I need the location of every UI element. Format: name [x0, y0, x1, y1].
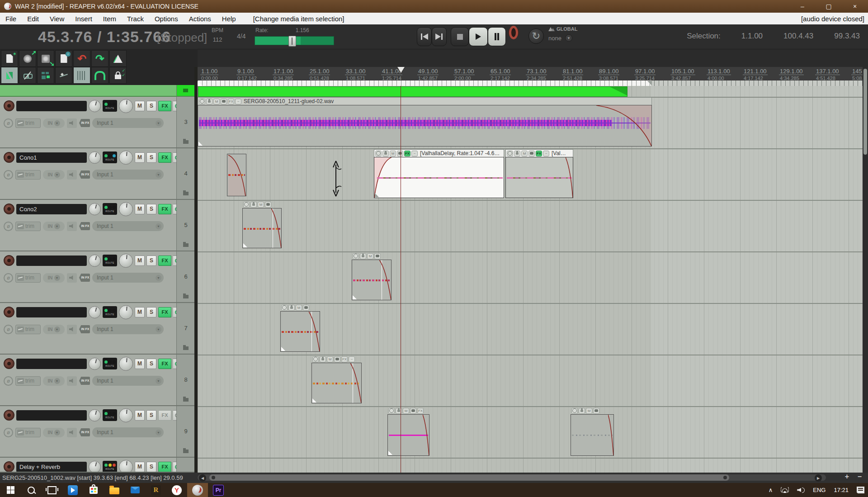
fx-button[interactable]: FX [158, 204, 171, 214]
item-notes-icon[interactable] [593, 408, 599, 414]
mute-button[interactable]: M [135, 359, 145, 369]
item-fx-icon[interactable]: FX [404, 151, 410, 156]
phase-button[interactable]: ø [4, 376, 13, 386]
new-project-button[interactable]: ✶ [1, 50, 18, 67]
mute-button[interactable]: M [135, 307, 145, 317]
pan-knob[interactable] [89, 306, 101, 318]
track-panel[interactable]: ROUTEMSFXøtrimIN▼IN FXInput 1▼ [0, 303, 176, 355]
ruler-label[interactable]: 113.1.004:00.00 [707, 68, 743, 81]
item-mute-icon[interactable]: M [327, 356, 333, 362]
track-name-field[interactable]: Соло1 [16, 152, 87, 163]
edit-cursor-marker[interactable] [397, 67, 405, 73]
item-mute-icon[interactable]: M [586, 408, 592, 414]
trim-envelope-button[interactable]: trim [15, 273, 41, 283]
language-indicator[interactable]: ENG [813, 487, 826, 493]
phase-button[interactable]: ø [4, 170, 13, 180]
record-monitor-button[interactable] [67, 376, 77, 386]
record-arm-button[interactable] [4, 204, 14, 214]
selection-length[interactable]: 99.3.43 [834, 32, 860, 41]
search-button[interactable] [21, 483, 42, 497]
file-explorer-app[interactable] [104, 483, 125, 497]
route-button[interactable]: ROUTE [103, 409, 117, 421]
ruler-label[interactable]: 105.1.003:42.857 [670, 68, 707, 81]
solo-button[interactable]: S [146, 462, 156, 472]
zoom-in-button[interactable]: + [845, 473, 849, 481]
mute-button[interactable]: M [135, 152, 145, 163]
microsoft-store-app[interactable] [83, 483, 104, 497]
media-item-t9b[interactable]: M [571, 407, 614, 456]
track-panel-minimized-green[interactable] [0, 85, 176, 97]
media-item-t9a[interactable]: M FX [387, 407, 429, 456]
menu-options[interactable]: Options [149, 15, 184, 23]
edit-cursor[interactable] [401, 86, 401, 473]
route-button[interactable]: ROUTE [103, 100, 117, 112]
metronome-button[interactable] [109, 50, 127, 67]
repeat-button[interactable]: ↻ [528, 28, 544, 44]
record-input-button[interactable]: IN▼ [43, 376, 65, 386]
maximize-button[interactable]: ▢ [816, 0, 842, 13]
item-timebase-icon[interactable] [199, 99, 205, 104]
pan-knob[interactable] [89, 461, 101, 473]
open-project-button[interactable]: ➚ [19, 50, 36, 67]
item-notes-icon[interactable] [374, 253, 381, 259]
input-fx-button[interactable]: IN FX [79, 428, 90, 436]
phase-button[interactable]: ø [4, 325, 13, 334]
media-item-small[interactable] [227, 154, 246, 196]
fade-in-handle[interactable] [388, 451, 392, 455]
folder-icon[interactable] [183, 140, 189, 144]
ruler-label[interactable]: 97.1.003:25.714 [634, 68, 670, 81]
volume-knob[interactable] [119, 460, 133, 473]
ruler-label[interactable]: 121.1.004:17.142 [743, 68, 779, 81]
media-item-t6[interactable]: M [352, 252, 392, 300]
item-lock-icon[interactable] [250, 202, 257, 208]
trim-envelope-button[interactable]: trim [15, 325, 41, 334]
item-envelope-icon[interactable]: ~ [543, 151, 549, 156]
input-fx-button[interactable]: IN FX [79, 222, 90, 230]
menu-insert[interactable]: Insert [70, 15, 98, 23]
item-timebase-icon[interactable] [571, 408, 578, 414]
selection-end[interactable]: 100.4.43 [783, 32, 813, 41]
save-project-button[interactable]: ➘ [37, 50, 54, 67]
track-number-cell[interactable]: 8 [176, 355, 195, 406]
clock[interactable]: 17:21 [834, 487, 849, 493]
ruler-label[interactable]: 81.1.002:51.428 [562, 68, 598, 81]
trim-envelope-button[interactable]: trim [15, 376, 41, 386]
mute-button[interactable]: M [135, 101, 145, 111]
item-lock-icon[interactable] [579, 408, 585, 414]
ruler-label[interactable]: 25.1.000:51.428 [309, 68, 345, 81]
volume-knob[interactable] [119, 305, 133, 319]
record-arm-button[interactable] [4, 461, 14, 472]
pan-knob[interactable] [89, 151, 101, 164]
mute-button[interactable]: M [135, 410, 145, 421]
media-item-t7[interactable]: M [280, 304, 320, 352]
global-automation-value[interactable]: none [548, 35, 561, 42]
track-name-field[interactable] [16, 256, 87, 266]
mute-button[interactable]: M [135, 256, 145, 266]
transport-position[interactable]: 45.3.76 / 1:35.766 [38, 28, 171, 46]
input-fx-button[interactable]: IN FX [79, 119, 90, 127]
route-button[interactable]: ROUTE [103, 461, 117, 473]
folder-icon[interactable] [183, 295, 189, 298]
record-monitor-button[interactable] [67, 118, 77, 128]
record-monitor-button[interactable] [67, 170, 77, 180]
item-mute-icon[interactable]: M [213, 99, 220, 104]
action-center-icon[interactable] [857, 487, 864, 493]
scroll-right-button[interactable]: ▶ [815, 474, 822, 482]
record-monitor-button[interactable] [67, 428, 77, 437]
reaper-app-active[interactable] [187, 483, 208, 497]
vertical-scrollbar[interactable] [863, 67, 868, 473]
track-name-field[interactable]: Соло2 [16, 204, 87, 214]
input-fx-button[interactable]: IN FX [79, 170, 90, 179]
track-panel[interactable]: Соло2ROUTEMSFXøtrimIN▼IN FXInput 1▼ [0, 200, 176, 251]
item-notes-icon[interactable] [410, 408, 416, 414]
volume-knob[interactable] [119, 357, 133, 371]
ruler-label[interactable]: 9.1.000:17.142 [236, 68, 273, 81]
phase-button[interactable]: ø [4, 428, 13, 437]
record-arm-button[interactable] [4, 255, 14, 266]
record-monitor-button[interactable] [67, 273, 77, 283]
record-arm-button[interactable] [4, 307, 14, 317]
ruler-label[interactable]: 129.1.004:34.285 [779, 68, 815, 81]
envelope-points-button[interactable] [55, 67, 72, 84]
track-number-cell[interactable]: 9 [176, 406, 195, 458]
grid-lines-button[interactable] [73, 67, 90, 84]
